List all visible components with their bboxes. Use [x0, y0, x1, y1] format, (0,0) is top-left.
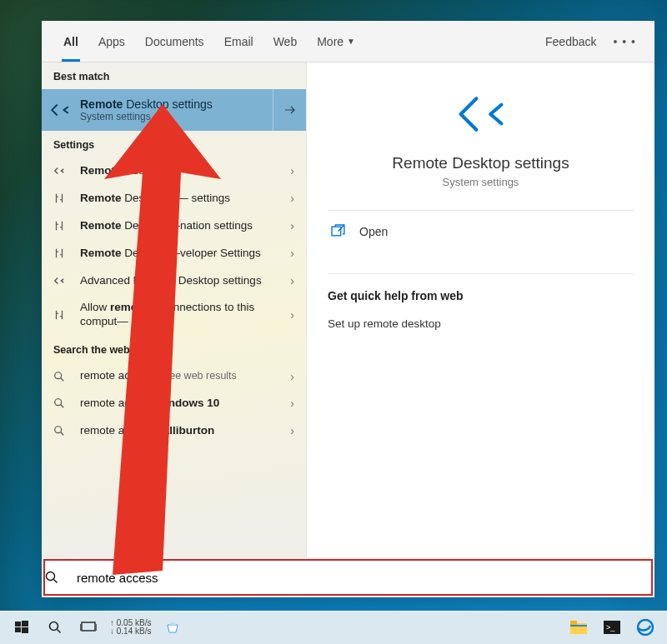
result-remote-desktop[interactable]: Remote Desktop › — [42, 157, 306, 185]
svg-rect-14 — [570, 625, 587, 627]
remote-desktop-icon — [48, 98, 72, 122]
chevron-right-icon: › — [290, 219, 294, 232]
search-input[interactable] — [77, 561, 651, 594]
best-match-title: Remote Desktop settings — [80, 97, 213, 111]
result-label: remote access windows 10 — [80, 397, 290, 411]
recycle-bin-icon[interactable] — [156, 611, 189, 644]
search-icon — [53, 425, 72, 437]
preview-title: Remote Desktop settings — [392, 154, 569, 172]
sliders-icon — [53, 309, 72, 321]
search-icon — [53, 397, 72, 409]
open-action[interactable]: Open — [328, 211, 634, 252]
result-label: remote access halliburton — [80, 424, 290, 438]
divider — [328, 273, 634, 274]
svg-text:>_: >_ — [606, 623, 615, 632]
chevron-right-icon: › — [290, 424, 294, 437]
results-list: Best match Remote Desktop settings Syste… — [42, 62, 307, 557]
result-remote-desktop-sl[interactable]: Remote Desktop sl— settings › — [42, 185, 306, 212]
svg-rect-3 — [332, 227, 341, 236]
sliders-icon — [53, 192, 72, 204]
preview-pane: Remote Desktop settings System settings … — [307, 62, 654, 557]
help-link-setup-remote[interactable]: Set up remote desktop — [328, 314, 634, 333]
remote-desktop-large-icon — [456, 89, 506, 139]
result-remote-desktop-nation[interactable]: Remote Desktop —nation settings › — [42, 212, 306, 240]
svg-point-4 — [47, 572, 55, 581]
sliders-icon — [53, 220, 72, 232]
chevron-right-icon: › — [290, 192, 294, 205]
result-label: Advanced Rem—e Desktop settings — [80, 274, 290, 288]
svg-rect-6 — [15, 622, 21, 627]
result-label: Remote Desktop —nation settings — [80, 219, 290, 233]
taskbar: ↑ 0.05 kB/s ↓ 0.14 kB/s >_ — [0, 611, 667, 644]
chevron-right-icon: › — [290, 274, 294, 287]
best-match-item[interactable]: Remote Desktop settings System settings — [42, 89, 306, 131]
terminal-button[interactable]: >_ — [595, 611, 629, 644]
result-label: Remote Desktop — [80, 164, 290, 178]
result-allow-remote-connections[interactable]: Allow remot— —onnections to this comput—… — [42, 294, 306, 336]
file-explorer-button[interactable] — [562, 611, 595, 644]
help-header: Get quick help from web — [328, 281, 634, 314]
chevron-right-icon: › — [290, 370, 294, 383]
svg-rect-11 — [82, 622, 95, 631]
best-match-expand-button[interactable] — [273, 89, 306, 131]
svg-rect-9 — [22, 627, 28, 633]
chevron-right-icon: › — [290, 308, 294, 322]
svg-point-2 — [55, 427, 62, 433]
result-label: Remote Desktop sl— settings — [80, 192, 290, 206]
svg-point-0 — [55, 372, 62, 378]
search-icon — [45, 571, 77, 584]
result-advanced-remote-desktop[interactable]: Advanced Rem—e Desktop settings › — [42, 267, 306, 295]
chevron-right-icon: › — [290, 164, 294, 177]
tab-apps[interactable]: Apps — [88, 21, 135, 62]
chevron-right-icon: › — [290, 397, 294, 410]
svg-point-10 — [50, 622, 58, 631]
taskbar-search-button[interactable] — [38, 611, 72, 644]
web-result-remote-access[interactable]: remote access - See web results › — [42, 362, 306, 390]
svg-rect-8 — [15, 627, 21, 632]
group-settings: Settings — [42, 131, 306, 157]
group-best-match: Best match — [42, 62, 306, 89]
result-remote-desktop-developer[interactable]: Remote Desktop —veloper Settings › — [42, 240, 306, 267]
remote-desktop-icon — [53, 275, 72, 287]
search-results-panel: All Apps Documents Email Web More▼ Feedb… — [42, 21, 654, 597]
web-result-halliburton[interactable]: remote access halliburton › — [42, 417, 306, 445]
preview-subtitle: System settings — [443, 176, 519, 188]
search-box — [43, 559, 653, 596]
svg-point-1 — [55, 399, 62, 406]
chevron-right-icon: › — [290, 247, 294, 260]
remote-desktop-icon — [53, 165, 72, 177]
overflow-menu-button[interactable]: • • • — [607, 35, 643, 48]
search-tabs: All Apps Documents Email Web More▼ Feedb… — [42, 21, 654, 62]
result-label: Allow remot— —onnections to this comput— — [80, 301, 290, 329]
open-icon — [331, 224, 349, 238]
search-icon — [53, 371, 72, 382]
task-view-button[interactable] — [72, 611, 105, 644]
edge-browser-button[interactable] — [629, 611, 662, 644]
tab-documents[interactable]: Documents — [135, 21, 214, 62]
network-rate-indicator: ↑ 0.05 kB/s ↓ 0.14 kB/s — [105, 619, 156, 636]
caret-down-icon: ▼ — [347, 37, 355, 46]
group-search-web: Search the web — [42, 336, 306, 362]
tab-web[interactable]: Web — [263, 21, 308, 62]
web-result-windows-10[interactable]: remote access windows 10 › — [42, 390, 306, 417]
open-label: Open — [359, 225, 388, 238]
result-label: Remote Desktop —veloper Settings — [80, 247, 290, 261]
feedback-link[interactable]: Feedback — [535, 21, 606, 62]
tab-more[interactable]: More▼ — [307, 21, 365, 62]
tab-email[interactable]: Email — [214, 21, 263, 62]
result-label: remote access - See web results — [80, 369, 290, 383]
sliders-icon — [53, 247, 72, 259]
best-match-subtitle: System settings — [80, 111, 213, 122]
svg-rect-13 — [570, 621, 577, 625]
svg-rect-7 — [22, 621, 28, 627]
tab-all[interactable]: All — [53, 21, 88, 62]
start-button[interactable] — [5, 611, 38, 644]
